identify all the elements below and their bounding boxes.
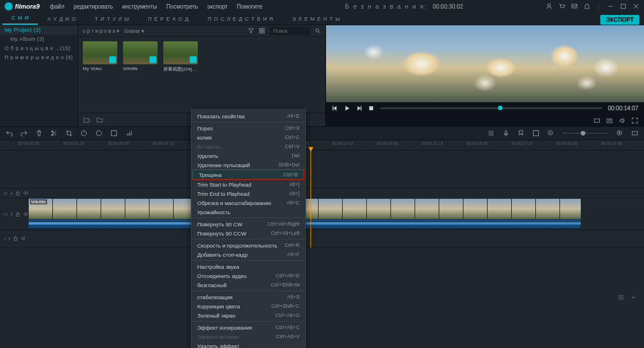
ctx-item[interactable]: Повернуть 90 CWCtrl+Alt+Right	[191, 219, 305, 229]
ctx-item[interactable]: Добавить стоп-кадрAlt+F	[191, 250, 305, 259]
prev-frame-icon[interactable]	[332, 105, 338, 111]
mute-icon[interactable]	[21, 235, 26, 241]
record-dropdown[interactable]: Gravar ▾	[124, 28, 144, 34]
tab-transition[interactable]: п е р е х о д	[139, 13, 198, 25]
ctx-item[interactable]: ПорезCtrl+X	[191, 123, 305, 133]
lock-icon[interactable]	[15, 211, 21, 217]
tab-effects[interactable]: П о с л е д с т в и я	[198, 13, 283, 25]
ctx-item[interactable]: Показать свойстваAlt+E	[191, 111, 305, 121]
fullscreen-icon[interactable]	[631, 117, 638, 124]
context-menu[interactable]: Показать свойстваAlt+EПорезCtrl+XкопияCt…	[191, 109, 306, 348]
menu-file[interactable]: файл	[50, 3, 64, 10]
ctx-item[interactable]: Зеленый экранCtrl+Alt+G	[191, 311, 305, 320]
mixer-icon[interactable]	[488, 130, 494, 137]
progress-knob[interactable]	[498, 106, 503, 110]
add-icon[interactable]	[150, 56, 156, 63]
scroll-down-icon[interactable]	[630, 294, 637, 301]
user-icon[interactable]	[546, 3, 553, 10]
play-icon[interactable]	[344, 105, 350, 111]
ctx-item[interactable]: УдалитьDel	[191, 151, 305, 160]
ctx-item[interactable]: Удаление пульсацийShift+Del	[191, 160, 305, 169]
ctx-item[interactable]: Обрезка и масштабированиеAlt+C	[191, 198, 305, 207]
track-empty[interactable]	[0, 150, 644, 188]
color-icon[interactable]	[95, 130, 102, 137]
search-icon[interactable]	[315, 28, 321, 34]
close-icon[interactable]	[632, 3, 639, 10]
voiceover-icon[interactable]	[125, 130, 132, 137]
render-icon[interactable]	[532, 130, 539, 137]
menu-edit[interactable]: редактировать	[74, 3, 113, 10]
timeline-ruler[interactable]: 00:00:00:00 00:00:02:15 00:00:05:00 00:0…	[0, 140, 644, 150]
sidebar-item-project[interactable]: My Project (3)	[0, 25, 78, 34]
ctx-item[interactable]: Повернуть 90 CCWCtrl+Alt+Left	[191, 229, 305, 238]
zoom-out-icon[interactable]	[547, 130, 554, 137]
sidebar-item-samples[interactable]: П р и м е р ы в и д е о (9)	[0, 53, 78, 62]
menu-export[interactable]: экспорт	[207, 3, 228, 10]
speed-icon[interactable]	[80, 130, 87, 137]
sort-dropdown[interactable]: о р т и р о в а ▾	[83, 28, 120, 34]
media-thumb[interactable]: My Video	[83, 41, 117, 72]
tab-elements[interactable]: э л е м е н т ы	[283, 13, 350, 25]
ctx-item[interactable]: Коррекция цветаCtrl+Shift+C	[191, 301, 305, 311]
add-track-icon[interactable]	[618, 294, 624, 301]
cart-icon[interactable]	[558, 3, 565, 10]
export-button[interactable]: ЭКСПОРТ	[600, 15, 639, 25]
media-thumb[interactable]: 屏幕截图[224]拷贝	[163, 41, 198, 72]
ctx-item[interactable]: копияCtrl+C	[191, 133, 305, 142]
undo-icon[interactable]	[6, 130, 13, 137]
lock-icon[interactable]	[13, 235, 18, 241]
snapshot-icon[interactable]	[606, 117, 613, 124]
progress-bar[interactable]	[380, 107, 602, 109]
split-icon[interactable]	[51, 130, 57, 137]
zoom-in-icon[interactable]	[616, 130, 623, 137]
crop-icon[interactable]	[66, 130, 72, 137]
greenscreen-icon[interactable]	[110, 130, 117, 137]
ctx-item[interactable]: Удалить эффект	[191, 341, 305, 348]
ctx-item[interactable]: безгласныйCtrl+Shift+M	[191, 280, 305, 289]
eye-icon[interactable]	[23, 190, 29, 196]
ctx-item[interactable]: Эффект копированияCtrl+Alt+C	[191, 323, 305, 332]
lock-icon[interactable]	[15, 190, 21, 196]
zoom-knob[interactable]	[581, 131, 585, 136]
ctx-item[interactable]: Настройка звука	[191, 262, 305, 271]
redo-icon[interactable]	[21, 130, 28, 137]
sidebar-item-album[interactable]: My Album (3)	[0, 34, 78, 44]
ctx-item[interactable]: Отсоединить аудиоCtrl+Alt+D	[191, 271, 305, 280]
ctx-item[interactable]: стабилизацияAlt+S	[191, 292, 305, 301]
import-folder-icon[interactable]	[83, 116, 90, 123]
eye-icon[interactable]	[23, 211, 29, 217]
marker-icon[interactable]	[518, 130, 524, 137]
volume-icon[interactable]	[619, 117, 626, 124]
track-video-1[interactable]: ▭1 Wildlife	[0, 199, 644, 230]
search-input[interactable]	[270, 27, 310, 35]
tab-titles[interactable]: Т и т у л ы	[86, 13, 139, 25]
menu-help[interactable]: Помогите	[237, 3, 262, 10]
add-icon[interactable]	[109, 56, 116, 63]
zoom-slider[interactable]	[562, 133, 608, 134]
track-video-2[interactable]: ▭2	[0, 188, 644, 199]
zoom-fit-icon[interactable]	[631, 130, 638, 137]
track-audio-1[interactable]: ♪1	[0, 230, 644, 248]
folder-icon[interactable]	[96, 116, 103, 123]
ctx-item[interactable]: Скорость и продолжительностьCtrl+R	[191, 241, 305, 250]
ctx-item[interactable]: Trim Start to PlayheadAlt+[	[191, 180, 305, 189]
delete-icon[interactable]	[36, 130, 43, 137]
quality-icon[interactable]	[593, 117, 600, 124]
ctx-item[interactable]: Trim End to PlayheadAlt+]	[191, 189, 305, 198]
stop-icon[interactable]	[368, 105, 374, 111]
ctx-item[interactable]: ТрещинаCtrl+B	[193, 169, 304, 180]
tab-audio[interactable]: а у д и о	[38, 13, 85, 25]
preview-video[interactable]	[326, 25, 644, 102]
grid-icon[interactable]	[259, 28, 265, 34]
bell-icon[interactable]	[584, 3, 591, 10]
maximize-icon[interactable]	[620, 3, 627, 10]
menu-view[interactable]: Посмотреть	[166, 3, 198, 10]
playhead[interactable]	[310, 150, 311, 248]
tab-media[interactable]: С М И	[2, 12, 38, 25]
menu-tools[interactable]: инструменты	[122, 3, 157, 10]
media-thumb[interactable]: Wildlife	[123, 41, 158, 72]
minimize-icon[interactable]	[607, 3, 614, 10]
sidebar-item-colors[interactable]: О б р а з ц ы ц в е ...(15)	[0, 44, 78, 53]
add-icon[interactable]	[190, 56, 197, 63]
next-frame-icon[interactable]	[356, 105, 362, 111]
